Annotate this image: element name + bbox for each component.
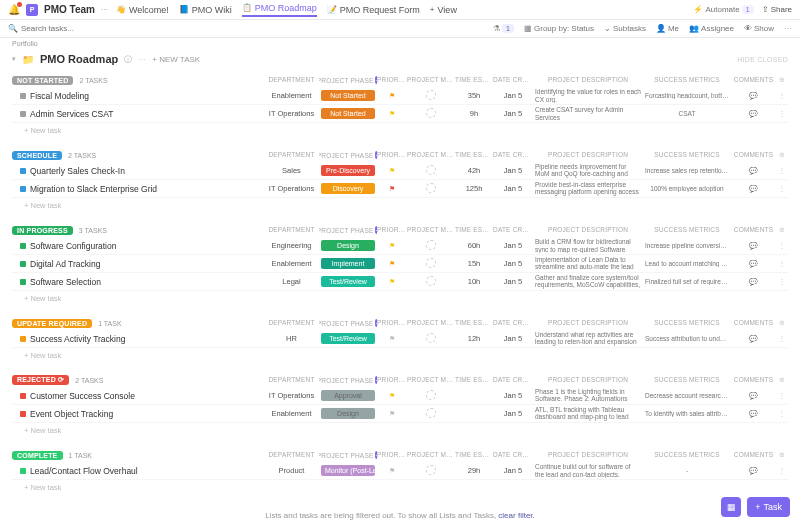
task-row[interactable]: Digital Ad Tracking Enablement Implement… [12, 255, 788, 273]
status-chip[interactable]: IN PROGRESS [12, 226, 73, 235]
phase-badge[interactable]: Test/Review [321, 333, 375, 344]
add-column-icon[interactable]: ⊕ [776, 226, 788, 234]
phase-badge[interactable]: Design [321, 408, 375, 419]
cell-description[interactable]: Create CSAT survey for Admin Services [533, 106, 643, 122]
cell-metrics[interactable]: Finalized full set of requirements for V… [643, 278, 731, 285]
task-row[interactable]: Event Object Tracking Enablement Design … [12, 405, 788, 423]
cell-date[interactable]: Jan 5 [493, 184, 533, 193]
search-input[interactable] [21, 24, 121, 33]
task-name[interactable]: Fiscal Modeling [30, 91, 89, 101]
cell-description[interactable]: Provide best-in-class enterprise messagi… [533, 181, 643, 197]
comment-icon[interactable]: 💬 [749, 335, 758, 342]
nav-item-view[interactable]: +View [430, 3, 457, 17]
group-header[interactable]: IN PROGRESS 3 TASKS DEPARTMENT PROJECT P… [12, 223, 788, 237]
cell-description[interactable]: Phase 1 is the Lighting fields in Softwa… [533, 388, 643, 404]
priority-flag-icon[interactable]: ⚑ [389, 167, 395, 174]
priority-flag-icon[interactable]: ⚑ [389, 110, 395, 117]
add-column-icon[interactable]: ⊕ [776, 319, 788, 327]
comment-icon[interactable]: 💬 [749, 278, 758, 285]
avatar-placeholder[interactable] [426, 165, 436, 175]
subtasks-button[interactable]: ⌄ Subtasks [604, 24, 646, 33]
comment-icon[interactable]: 💬 [749, 185, 758, 192]
automate-button[interactable]: ⚡Automate 1 [693, 5, 753, 14]
filter-button[interactable]: ⚗ 1 [493, 24, 514, 33]
cell-estimate[interactable]: 60h [455, 241, 493, 250]
task-row[interactable]: Customer Success Console IT Operations A… [12, 387, 788, 405]
cell-description[interactable]: Identifying the value for roles in each … [533, 88, 643, 104]
cell-estimate[interactable]: 12h [455, 334, 493, 343]
task-row[interactable]: Software Selection Legal Test/Review ⚑ 1… [12, 273, 788, 291]
show-button[interactable]: 👁 Show [744, 24, 774, 33]
cell-date[interactable]: Jan 5 [493, 91, 533, 100]
cell-department[interactable]: IT Operations [264, 109, 319, 118]
cell-date[interactable]: Jan 5 [493, 334, 533, 343]
phase-badge[interactable]: Pre-Discovery [321, 165, 375, 176]
cell-date[interactable]: Jan 5 [493, 259, 533, 268]
new-task-row[interactable]: + New task [12, 291, 788, 306]
new-task-row[interactable]: + New task [12, 423, 788, 438]
cell-estimate[interactable]: 35h [455, 91, 493, 100]
cell-description[interactable]: Implementation of Lean Data to streamlin… [533, 256, 643, 272]
priority-flag-icon[interactable]: ⚑ [389, 242, 395, 249]
cell-metrics[interactable]: CSAT [643, 110, 731, 117]
cell-estimate[interactable]: 15h [455, 259, 493, 268]
hide-closed-toggle[interactable]: HIDE CLOSED [737, 56, 788, 63]
add-column-icon[interactable]: ⊕ [776, 76, 788, 84]
avatar-placeholder[interactable] [426, 240, 436, 250]
task-name[interactable]: Migration to Slack Enterprise Grid [30, 184, 157, 194]
cell-description[interactable]: Gather and finalize core system/tool req… [533, 274, 643, 290]
task-row[interactable]: Lead/Contact Flow Overhaul Product Monit… [12, 462, 788, 480]
status-chip[interactable]: COMPLETE [12, 451, 63, 460]
cell-department[interactable]: Enablement [264, 91, 319, 100]
task-name[interactable]: Lead/Contact Flow Overhaul [30, 466, 138, 476]
new-task-row[interactable]: + New task [12, 480, 788, 495]
cell-date[interactable]: Jan 5 [493, 409, 533, 418]
nav-item-pmo-request-form[interactable]: 📝PMO Request Form [327, 3, 420, 17]
comment-icon[interactable]: 💬 [749, 92, 758, 99]
cell-department[interactable]: HR [264, 334, 319, 343]
add-column-icon[interactable]: ⊕ [776, 451, 788, 459]
row-more-icon[interactable]: ⋮ [776, 277, 788, 286]
add-column-icon[interactable]: ⊕ [776, 376, 788, 384]
task-row[interactable]: Quarterly Sales Check-In Sales Pre-Disco… [12, 162, 788, 180]
comment-icon[interactable]: 💬 [749, 392, 758, 399]
cell-date[interactable]: Jan 5 [493, 466, 533, 475]
comment-icon[interactable]: 💬 [749, 410, 758, 417]
cell-metrics[interactable]: To identify with sales attribution varia… [643, 410, 731, 417]
nav-item-pmo-roadmap[interactable]: 📋PMO Roadmap [242, 3, 317, 17]
cell-estimate[interactable]: 42h [455, 166, 493, 175]
cell-metrics[interactable]: Forcasting headcount, bottom line, CAC, … [643, 92, 731, 99]
phase-badge[interactable]: Discovery [321, 183, 375, 194]
avatar-placeholder[interactable] [426, 258, 436, 268]
priority-flag-icon[interactable]: ⚑ [389, 260, 395, 267]
task-name[interactable]: Digital Ad Tracking [30, 259, 100, 269]
cell-metrics[interactable]: - [643, 467, 731, 474]
task-name[interactable]: Software Selection [30, 277, 101, 287]
cell-metrics[interactable]: Increase pipeline conversion of new busi… [643, 242, 731, 249]
group-header[interactable]: REJECTED ⟳ 2 TASKS DEPARTMENT PROJECT PH… [12, 373, 788, 387]
phase-badge[interactable]: Implement [321, 258, 375, 269]
row-more-icon[interactable]: ⋮ [776, 391, 788, 400]
task-name[interactable]: Software Configuration [30, 241, 116, 251]
info-icon[interactable]: ⓘ [124, 54, 132, 65]
new-task-row[interactable]: + New task [12, 198, 788, 213]
cell-metrics[interactable]: Success attribution to understand custom… [643, 335, 731, 342]
priority-flag-icon[interactable]: ⚑ [389, 92, 395, 99]
clear-filter-link[interactable]: clear filter. [498, 511, 534, 520]
row-more-icon[interactable]: ⋮ [776, 466, 788, 475]
status-chip[interactable]: UPDATE REQUIRED [12, 319, 92, 328]
avatar-placeholder[interactable] [426, 408, 436, 418]
status-chip[interactable]: REJECTED ⟳ [12, 375, 69, 385]
avatar-placeholder[interactable] [426, 390, 436, 400]
comment-icon[interactable]: 💬 [749, 467, 758, 474]
row-more-icon[interactable]: ⋮ [776, 241, 788, 250]
dropdown-icon[interactable]: ⋯ [101, 6, 108, 14]
priority-flag-icon[interactable]: ⚑ [389, 278, 395, 285]
avatar-placeholder[interactable] [426, 276, 436, 286]
new-task-row[interactable]: + New task [12, 123, 788, 138]
cell-description[interactable]: Understand what rep activities are leadi… [533, 331, 643, 347]
cell-department[interactable]: Engineering [264, 241, 319, 250]
cell-description[interactable]: Continue build out for software of the l… [533, 463, 643, 479]
cell-department[interactable]: IT Operations [264, 184, 319, 193]
new-task-fab[interactable]: +Task [747, 497, 790, 517]
